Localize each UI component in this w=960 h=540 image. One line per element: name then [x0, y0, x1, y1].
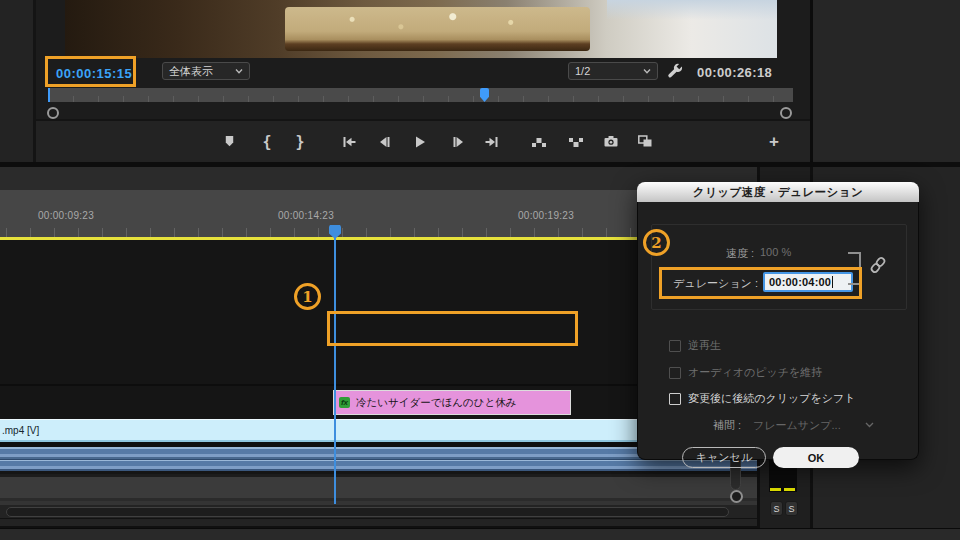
camera-icon — [603, 134, 619, 149]
go-to-in-button[interactable] — [336, 121, 362, 162]
link-toggle[interactable] — [869, 256, 887, 278]
lift-icon — [531, 135, 547, 149]
fx-badge-icon: fx — [339, 397, 350, 408]
annotation-step-1: 1 — [294, 283, 321, 310]
scrubber-start-tick — [48, 88, 50, 102]
play-icon — [412, 135, 428, 149]
button-editor-button[interactable]: + — [761, 121, 787, 162]
right-panel-top — [813, 0, 960, 162]
step-back-button[interactable] — [372, 121, 398, 162]
ok-button[interactable]: OK — [773, 447, 859, 468]
audio-meter-level-right — [784, 488, 795, 491]
step-forward-icon — [450, 135, 466, 149]
link-bracket — [848, 252, 859, 254]
add-marker-button[interactable] — [216, 121, 242, 162]
settings-wrench-icon[interactable] — [667, 63, 684, 84]
scrubber-zoom-handle-left[interactable] — [47, 107, 59, 119]
interpolation-label: 補間 : — [641, 418, 741, 433]
checkbox-maintain-audio-pitch[interactable]: オーディオのピッチを維持 — [669, 365, 822, 380]
video-cork-board — [285, 7, 590, 51]
chevron-down-icon — [235, 69, 243, 74]
lift-button[interactable] — [526, 121, 552, 162]
checkbox-ripple-edit-shift[interactable]: 変更後に後続のクリップをシフト — [669, 391, 856, 406]
checkbox-label: オーディオのピッチを維持 — [688, 365, 822, 380]
play-button[interactable] — [407, 121, 433, 162]
audio-track-background — [0, 474, 757, 498]
highlight-box-timecode — [45, 56, 136, 87]
title-clip-label: 冷たいサイダーでほんのひと休み — [356, 396, 516, 410]
mark-out-button[interactable]: } — [287, 121, 313, 162]
program-monitor-panel: 00:00:15:15 全体表示 1/2 00:00:26:18 { } — [36, 0, 810, 162]
checkbox-label: 変更後に後続のクリップをシフト — [688, 391, 856, 406]
video-clip-label: .mp4 [V] — [0, 425, 39, 436]
premiere-pro-window: 00:00:15:15 全体表示 1/2 00:00:26:18 { } — [0, 0, 960, 540]
step-forward-button[interactable] — [445, 121, 471, 162]
mark-in-icon: { — [262, 133, 271, 151]
zoom-level-value: 全体表示 — [169, 64, 229, 79]
monitor-scrubber-bar[interactable] — [48, 88, 793, 102]
extract-button[interactable] — [563, 121, 589, 162]
mark-out-icon: } — [295, 133, 304, 151]
ruler-label: 00:00:19:23 — [518, 210, 574, 221]
video-background-highlight — [607, 0, 777, 20]
annotation-step-2: 2 — [643, 229, 670, 256]
marker-icon — [223, 135, 236, 148]
extract-icon — [568, 135, 584, 149]
chevron-down-icon — [643, 69, 651, 74]
clip-speed-duration-dialog: クリップ速度・デュレーション 速度 : 100 % デュレーション : 00:0… — [637, 182, 919, 460]
solo-button-right[interactable]: S — [785, 501, 798, 516]
highlight-box-title-clip — [327, 311, 578, 346]
chevron-down-icon — [865, 422, 874, 428]
playback-resolution-value: 1/2 — [575, 65, 637, 77]
interpolation-dropdown[interactable]: フレームサンプ... — [753, 418, 841, 433]
step-back-icon — [377, 135, 393, 149]
go-to-out-icon — [484, 135, 500, 149]
plus-icon: + — [769, 132, 779, 152]
mark-in-button[interactable]: { — [254, 121, 280, 162]
go-to-in-icon — [341, 135, 357, 149]
checkbox-label: 逆再生 — [688, 338, 721, 353]
checkbox-reverse-speed[interactable]: 逆再生 — [669, 338, 721, 353]
title-clip[interactable]: fx 冷たいサイダーでほんのひと休み — [333, 390, 571, 415]
highlight-box-duration — [659, 267, 862, 299]
window-bottom-strip — [0, 528, 960, 540]
dialog-title-bar[interactable]: クリップ速度・デュレーション — [637, 182, 919, 202]
audio-meter-level-left — [770, 488, 781, 491]
vertical-scroll-zoom-handle[interactable] — [730, 490, 743, 503]
cancel-button[interactable]: キャンセル — [682, 447, 766, 468]
dialog-body: 速度 : 100 % デュレーション : 00:00:04:00 — [637, 202, 919, 460]
playback-resolution-dropdown[interactable]: 1/2 — [568, 62, 658, 80]
chain-link-icon — [869, 256, 887, 274]
scrubber-ticks — [48, 96, 793, 102]
program-monitor-video-frame — [65, 0, 777, 58]
comparison-view-icon — [637, 134, 653, 149]
checkbox-icon — [669, 367, 681, 379]
ruler-label: 00:00:14:23 — [278, 210, 334, 221]
left-panel-edge — [0, 0, 33, 162]
speed-value: 100 % — [760, 246, 820, 258]
timeline-playhead-line — [334, 238, 336, 504]
zoom-level-dropdown[interactable]: 全体表示 — [162, 62, 250, 80]
transport-controls: { } — [36, 121, 810, 162]
ruler-label: 00:00:09:23 — [38, 210, 94, 221]
scrubber-zoom-handle-right[interactable] — [780, 107, 792, 119]
horizontal-scrollbar-thumb[interactable] — [6, 507, 729, 517]
solo-button-left[interactable]: S — [770, 501, 783, 516]
sequence-duration-display: 00:00:26:18 — [697, 65, 772, 80]
timeline-bottom-row — [0, 518, 757, 526]
export-frame-button[interactable] — [598, 121, 624, 162]
checkbox-icon — [669, 393, 681, 405]
go-to-out-button[interactable] — [479, 121, 505, 162]
dialog-title: クリップ速度・デュレーション — [693, 185, 864, 200]
checkbox-icon — [669, 340, 681, 352]
comparison-view-button[interactable] — [632, 121, 658, 162]
